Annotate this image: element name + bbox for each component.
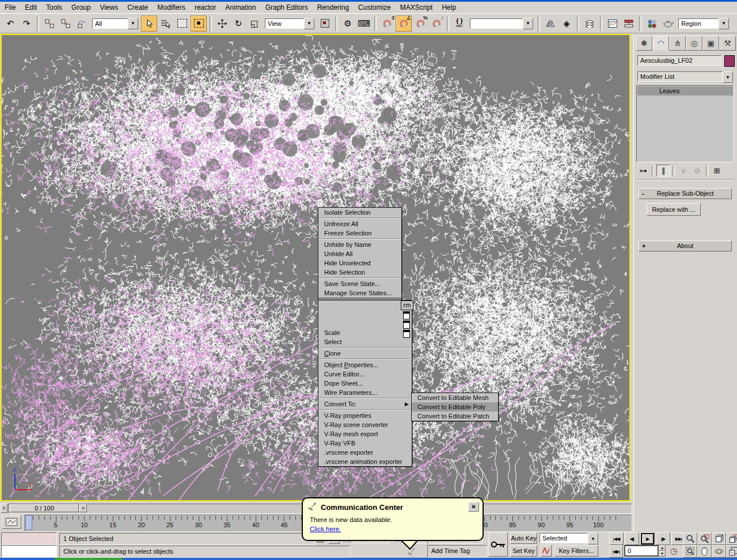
minmax-toggle-icon[interactable] [726,545,737,558]
key-filter-scope-value[interactable]: Selected [540,533,588,543]
close-icon[interactable]: ✕ [468,502,479,512]
menu-item-save-scene-state[interactable]: Save Scene State... [318,279,401,288]
curve-editor-icon[interactable] [605,16,620,31]
snap-3d-icon[interactable]: 3 [379,16,394,31]
object-name-field[interactable]: Aesculusbig_LF02 [637,55,721,66]
current-frame-marker[interactable] [25,515,32,530]
item-settings-icon[interactable] [403,321,410,329]
schematic-view-icon[interactable] [621,16,636,31]
menu-rendering[interactable]: Rendering [313,2,354,13]
mini-curve-editor-button[interactable] [2,515,21,529]
menu-item-clone[interactable]: Clone [318,349,412,358]
menu-item-manage-scene-states[interactable]: Manage Scene States... [318,288,401,298]
menu-animation[interactable]: Animation [221,2,260,13]
menu-item-unhide-all[interactable]: Unhide All [318,249,401,258]
menu-item-vrscene-exporter[interactable]: .vrscene exporter [318,448,412,457]
chevron-down-icon[interactable]: ▼ [523,18,533,29]
time-slider-button[interactable]: 0 / 100 [10,504,79,512]
menu-item-select[interactable]: Select [318,337,412,346]
window-crossing-icon[interactable] [191,16,207,32]
layer-manager-icon[interactable] [582,16,597,31]
auto-key-button[interactable]: Auto Key [510,532,537,544]
key-filters-button[interactable]: Key Filters... [554,545,598,557]
add-time-tag[interactable]: Add Time Tag [427,545,487,558]
reference-coordinate-dropdown[interactable]: View▼ [265,18,314,29]
menu-help[interactable]: Help [437,2,461,13]
menu-item-hide-unselected[interactable]: Hide Unselected [318,258,401,268]
menu-item-v-ray-properties[interactable]: V-Ray properties [318,411,412,420]
rollout-about[interactable]: + About [639,241,732,252]
selection-filter-dropdown[interactable]: All▼ [92,18,138,29]
menu-item-convert-to[interactable]: Convert To:▶ [318,399,412,409]
menu-item-hide-selection[interactable]: Hide Selection [318,268,401,277]
tab-utilities[interactable]: ⚒ [719,36,736,51]
align-icon[interactable]: ◈ [559,16,574,31]
configure-modifier-sets-icon[interactable]: ⊞ [711,165,723,176]
menu-item-convert-to-editable-patch[interactable]: Convert to Editable Patch [412,412,498,421]
set-key-button[interactable]: Set Key [510,545,537,557]
keyboard-override-icon[interactable]: ⌨ [356,16,371,31]
menu-views[interactable]: Views [95,2,123,13]
menu-item-scale[interactable]: Scale [318,328,412,337]
pan-icon[interactable] [697,545,712,558]
time-configuration-icon[interactable]: ◷ [668,545,679,557]
bind-to-spacewarp-icon[interactable] [74,16,89,31]
pin-stack-icon[interactable]: ⊶ [637,165,649,176]
chevron-down-icon[interactable]: ▼ [304,18,314,29]
set-key-filters-curve-icon[interactable] [541,545,552,557]
zoom-all-icon[interactable] [697,532,712,545]
menu-item-wire-parameters[interactable]: Wire Parameters... [318,388,412,397]
chevron-down-icon[interactable]: ▼ [588,533,598,544]
menu-item-v-ray-scene-converter[interactable]: V-Ray scene converter [318,420,412,429]
material-editor-icon[interactable] [644,16,659,31]
maxscript-mini-listener-pink[interactable] [1,532,57,545]
next-frame-icon[interactable]: ||▶ [656,532,670,545]
unlink-selection-icon[interactable] [58,16,73,31]
tab-display[interactable]: ▣ [702,36,719,51]
tab-modify[interactable]: ◠ [652,36,669,51]
menu-customize[interactable]: Customize [354,2,396,13]
mirror-icon[interactable] [543,16,558,31]
rect-selection-region-icon[interactable] [174,16,189,31]
menu-item-unfreeze-all[interactable]: Unfreeze All [318,219,401,228]
menu-edit[interactable]: Edit [20,2,41,13]
menu-item-convert-to-editable-mesh[interactable]: Convert to Editable Mesh [412,393,498,402]
select-by-name-icon[interactable] [158,16,173,31]
menu-reactor[interactable]: reactor [190,2,221,13]
menu-item-isolate-selection[interactable]: Isolate Selection [318,208,401,217]
named-selection-dropdown[interactable]: ▼ [470,18,533,29]
select-and-move-icon[interactable] [215,16,230,31]
spinner-up-icon[interactable]: ▲ [659,545,666,551]
selection-filter-dropdown-value[interactable]: All [92,18,128,29]
use-pivot-center-icon[interactable] [317,16,332,31]
menu-item-v-ray-mesh-export[interactable]: V-Ray mesh export [318,429,412,439]
render-type-dropdown[interactable]: Region▼ [678,18,729,29]
time-slider-right-arrow[interactable]: > [79,504,87,512]
region-zoom-icon[interactable] [683,545,697,558]
undo-icon[interactable]: ↶ [3,16,18,31]
replace-with-button[interactable]: Replace with ... [647,203,701,216]
item-settings-icon[interactable] [403,311,410,319]
go-to-start-icon[interactable]: |◀◀ [609,532,624,545]
menu-item-object-properties[interactable]: Object Properties... [318,360,412,369]
menu-modifiers[interactable]: Modifiers [153,2,190,13]
spinner-down-icon[interactable]: ▼ [659,551,666,557]
frame-spinner[interactable]: ▲ ▼ [659,545,666,557]
named-selection-dropdown-value[interactable] [470,18,523,29]
tab-create[interactable]: ✱ [636,36,652,51]
modifier-stack[interactable]: Leaves [636,85,734,162]
zoom-icon[interactable] [683,532,697,545]
menu-item-dope-sheet[interactable]: Dope Sheet... [318,379,412,388]
balloon-link[interactable]: Click here. [310,525,341,532]
play-icon[interactable]: ▶ [640,532,655,545]
select-and-manipulate-icon[interactable]: ⚙ [340,16,355,31]
menu-maxscript[interactable]: MAXScript [396,2,438,13]
key-mode-toggle-icon[interactable]: |◀▶| [609,545,623,558]
menu-item-unhide-by-name[interactable]: Unhide by Name [318,240,401,249]
menu-item-rotate[interactable] [318,319,412,328]
tab-hierarchy[interactable]: ⋔ [669,36,686,51]
menu-item-freeze-selection[interactable]: Freeze Selection [318,228,401,238]
select-object-icon[interactable] [141,16,157,32]
time-slider-left-arrow[interactable]: < [1,504,7,513]
prev-frame-icon[interactable]: ◀|| [625,532,639,545]
